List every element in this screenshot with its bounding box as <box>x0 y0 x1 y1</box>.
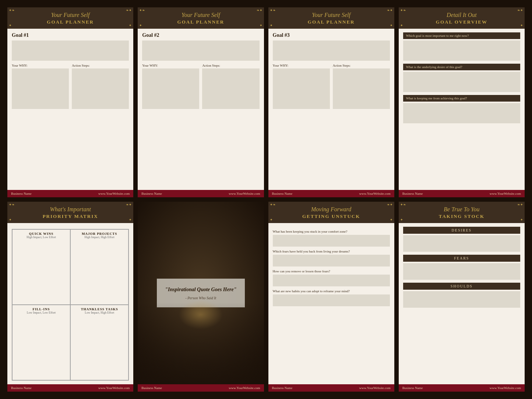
unstuck-a1 <box>273 235 390 247</box>
ornament-br: ✦ <box>260 24 263 27</box>
stock-box-1 <box>403 235 520 252</box>
why-action-cols: Your WHY: Action Steps: <box>142 64 259 112</box>
matrix-q1: QUICK WINS High Impact, Low Effort <box>12 229 70 305</box>
card-header-7: ✦❧ ❧✦ Moving Forward GETTING UNSTUCK ✦ ✦ <box>268 202 394 223</box>
action-label: Action Steps: <box>202 64 259 67</box>
goal-image-box <box>12 40 129 61</box>
matrix-container: QUICK WINS High Impact, Low Effort MAJOR… <box>12 229 129 381</box>
header-caps: GOAL PLANNER <box>10 19 130 25</box>
q4-sub: Low Impact, High Effort <box>73 311 126 314</box>
stock-fears: FEARS <box>403 255 520 280</box>
unstuck-q1: What has been keeping you stuck in your … <box>273 230 390 233</box>
goal-label: Goal #1 <box>12 32 129 38</box>
business-name: Business Name <box>402 386 423 390</box>
q3-title: FILL-INS <box>15 307 68 311</box>
action-label: Action Steps: <box>333 64 390 67</box>
ornament-tr: ❧✦ <box>387 9 393 12</box>
stock-desires: DESIRES <box>403 227 520 252</box>
card-header-3: ✦❧ ❧✦ Your Future Self GOAL PLANNER ✦ ✦ <box>268 7 394 29</box>
why-action-cols: Your WHY: Action Steps: <box>12 64 129 112</box>
action-col: Action Steps: <box>333 64 390 112</box>
stock-label-2: FEARS <box>403 255 520 262</box>
why-label: Your WHY: <box>12 64 69 67</box>
q3-sub: Low Impact, Low Effort <box>15 311 68 314</box>
business-name: Business Name <box>272 386 293 390</box>
action-box <box>333 68 390 109</box>
why-label: Your WHY: <box>142 64 199 67</box>
card-footer-5: Business Name www.YourWebsite.com <box>7 384 133 392</box>
unstuck-q2: Which fears have held you back from livi… <box>273 250 390 253</box>
goal-label: Goal #2 <box>142 32 259 38</box>
website: www.YourWebsite.com <box>490 192 521 195</box>
card-footer-2: Business Name www.YourWebsite.com <box>138 190 264 197</box>
detail-a1 <box>403 40 520 61</box>
why-col: Your WHY: <box>142 64 199 112</box>
ornament-br: ✦ <box>520 24 523 27</box>
ornament-tr: ❧✦ <box>257 9 263 12</box>
why-box <box>273 68 330 109</box>
ornament-tl: ✦❧ <box>400 9 406 12</box>
q1-title: QUICK WINS <box>15 232 68 236</box>
priority-matrix-card: ✦❧ ❧✦ What's Important PRIORITY MATRIX ✦… <box>7 202 133 392</box>
quote-card: "Inspirational Quote Goes Here" - Person… <box>138 202 264 392</box>
matrix-q4: THANKLESS TASKS Low Impact, High Effort <box>70 305 128 380</box>
ornament-tl: ✦❧ <box>400 203 406 206</box>
ornament-bl: ✦ <box>139 24 142 27</box>
business-name: Business Name <box>402 192 423 195</box>
header-script: Your Future Self <box>271 12 391 18</box>
website: www.YourWebsite.com <box>98 192 130 195</box>
header-caps: GOAL PLANNER <box>271 19 391 25</box>
ornament-tl: ✦❧ <box>270 9 276 12</box>
header-caps: GETTING UNSTUCK <box>271 213 391 219</box>
card-header-8: ✦❧ ❧✦ Be True To You TAKING STOCK ✦ ✦ <box>399 202 525 223</box>
unstuck-card: ✦❧ ❧✦ Moving Forward GETTING UNSTUCK ✦ ✦… <box>268 202 394 392</box>
card-footer-3: Business Name www.YourWebsite.com <box>268 190 394 197</box>
goal-label: Goal #3 <box>273 32 390 38</box>
business-name: Business Name <box>272 192 293 195</box>
business-name: Business Name <box>141 192 162 195</box>
ornament-bl: ✦ <box>9 218 12 222</box>
unstuck-q3: How can you remove or lessen those fears… <box>273 269 390 273</box>
card-body-5: QUICK WINS High Impact, Low Effort MAJOR… <box>7 223 133 384</box>
why-col: Your WHY: <box>273 64 330 112</box>
ornament-br: ✦ <box>520 218 523 222</box>
card-header-4: ✦❧ ❧✦ Detail It Out GOAL OVERVIEW ✦ ✦ <box>399 7 525 29</box>
header-caps: GOAL OVERVIEW <box>402 19 522 25</box>
ornament-bl: ✦ <box>400 24 403 27</box>
unstuck-a4 <box>273 294 390 306</box>
detail-section-3: What is keeping me from achieving this g… <box>403 95 520 123</box>
q2-sub: High Impact, High Effort <box>73 236 126 239</box>
quote-text: "Inspirational Quote Goes Here" <box>164 286 238 293</box>
card-footer-6: Business Name www.YourWebsite.com <box>138 384 264 392</box>
q1-sub: High Impact, Low Effort <box>15 236 68 239</box>
ornament-tr: ❧✦ <box>126 9 132 12</box>
card-body-4: Which goal is most important to me right… <box>399 29 525 190</box>
stock-label-1: DESIRES <box>403 227 520 234</box>
header-script: What's Important <box>10 206 130 213</box>
ornament-tr: ❧✦ <box>126 203 132 206</box>
matrix-q2: MAJOR PROJECTS High Impact, High Effort <box>70 229 128 305</box>
q4-title: THANKLESS TASKS <box>73 307 126 311</box>
ornament-tr: ❧✦ <box>517 9 523 12</box>
card-body-3: Goal #3 Your WHY: Action Steps: <box>268 29 394 190</box>
stock-shoulds: SHOULDS <box>403 283 520 308</box>
goal-planner-2: ✦❧ ❧✦ Your Future Self GOAL PLANNER ✦ ✦ … <box>138 7 264 197</box>
taking-stock-card: ✦❧ ❧✦ Be True To You TAKING STOCK ✦ ✦ DE… <box>399 202 525 392</box>
action-box <box>72 68 129 109</box>
matrix-q3: FILL-INS Low Impact, Low Effort <box>12 305 70 380</box>
card-body-2: Goal #2 Your WHY: Action Steps: <box>138 29 264 190</box>
why-action-cols: Your WHY: Action Steps: <box>273 64 390 112</box>
card-body-7: What has been keeping you stuck in your … <box>268 223 394 384</box>
why-box <box>142 68 199 109</box>
unstuck-a2 <box>273 255 390 266</box>
detail-a2 <box>403 72 520 92</box>
ornament-tl: ✦❧ <box>139 9 145 12</box>
website: www.YourWebsite.com <box>98 386 130 390</box>
card-header-2: ✦❧ ❧✦ Your Future Self GOAL PLANNER ✦ ✦ <box>138 7 264 29</box>
why-label: Your WHY: <box>273 64 330 67</box>
ornament-br: ✦ <box>129 218 132 222</box>
detail-section-1: Which goal is most important to me right… <box>403 32 520 61</box>
ornament-tr: ❧✦ <box>517 203 523 206</box>
card-footer-8: Business Name www.YourWebsite.com <box>399 384 525 392</box>
ornament-tr: ❧✦ <box>387 203 393 206</box>
